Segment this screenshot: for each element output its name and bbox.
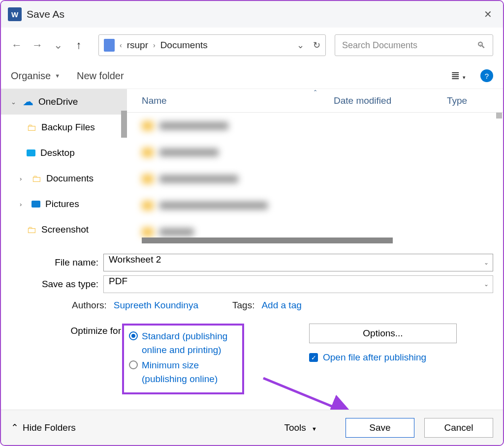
chevron-down-icon[interactable]: ⌄ (484, 259, 489, 266)
optimize-label: Optimize for (11, 324, 121, 336)
help-icon[interactable]: ? (480, 69, 493, 82)
save-form: File name: Worksheet 2 ⌄ Save as type: P… (1, 245, 503, 394)
tags-label: Tags: (232, 300, 254, 311)
window-title: Save As (27, 8, 480, 20)
pictures-icon (32, 201, 40, 208)
column-name[interactable]: Name (127, 95, 334, 106)
filename-value: Worksheet 2 (109, 254, 161, 265)
checkbox-icon: ✓ (309, 353, 318, 362)
address-bar[interactable]: ‹ rsupr › Documents ⌄ ↻ (98, 34, 326, 56)
tree-label: Documents (46, 173, 94, 184)
filename-input[interactable]: Worksheet 2 ⌄ (103, 254, 493, 271)
tools-label: Tools (284, 422, 306, 433)
search-box[interactable]: 🔍︎ (335, 34, 493, 56)
cloud-icon: ☁ (23, 95, 33, 108)
title-bar: W Save As ✕ (1, 1, 503, 28)
tree-label: OneDrive (38, 96, 78, 107)
list-item[interactable] (127, 113, 503, 139)
toolbar: Organise ▼ New folder ≣ ▾ ? (1, 63, 503, 89)
tree-label: Screenshot (41, 224, 89, 235)
folder-icon: 🗀 (27, 224, 36, 236)
desktop-icon (27, 149, 35, 156)
chevron-left-icon: ‹ (120, 41, 122, 49)
save-type-value: PDF (109, 276, 127, 286)
save-type-label: Save as type: (11, 279, 103, 290)
bottom-bar: ⌃ Hide Folders Tools ▼ Save Cancel (1, 410, 503, 445)
breadcrumb-current[interactable]: Documents (160, 40, 208, 51)
breadcrumb-parent[interactable]: rsupr (127, 40, 148, 51)
column-type[interactable]: Type (447, 95, 503, 106)
radio-minimum-label: Minimum size (publishing online) (142, 358, 237, 386)
tree-item-documents[interactable]: › 🗀 Documents (1, 166, 127, 191)
tree-item-desktop[interactable]: Desktop (1, 140, 127, 166)
sort-indicator-icon: ⌃ (313, 89, 317, 95)
chevron-down-icon: ⌄ (11, 98, 18, 106)
view-mode-button[interactable]: ≣ ▾ (451, 69, 466, 82)
location-icon (104, 39, 115, 52)
tree-label: Pictures (45, 199, 79, 209)
file-list: ⌃ Name Date modified Type (127, 89, 503, 245)
close-icon[interactable]: ✕ (480, 8, 496, 20)
tree-label: Desktop (40, 148, 75, 158)
folder-tree: ⌄ ☁ OneDrive 🗀 Backup Files Desktop › 🗀 … (1, 89, 127, 245)
folder-icon: 🗀 (27, 122, 36, 133)
open-after-label: Open file after publishing (323, 352, 426, 363)
file-browser: ⌄ ☁ OneDrive 🗀 Backup Files Desktop › 🗀 … (1, 89, 503, 245)
radio-standard-label: Standard (publishing online and printing… (142, 329, 237, 357)
list-item[interactable] (127, 139, 503, 166)
hide-folders-button[interactable]: ⌃ Hide Folders (11, 422, 76, 433)
chevron-up-icon: ⌃ (11, 422, 19, 433)
authors-label: Authors: (72, 300, 107, 311)
save-type-select[interactable]: PDF ⌄ (103, 275, 493, 293)
up-icon[interactable]: ↑ (73, 39, 85, 52)
radio-minimum[interactable]: Minimum size (publishing online) (129, 358, 237, 386)
folder-icon: 🗀 (32, 173, 41, 184)
list-item[interactable] (127, 192, 503, 219)
open-after-checkbox[interactable]: ✓ Open file after publishing (309, 352, 493, 363)
tree-item-backup[interactable]: 🗀 Backup Files (1, 115, 127, 140)
chevron-right-icon: › (20, 175, 27, 182)
chevron-down-icon[interactable]: ⌄ (297, 40, 304, 51)
tools-menu[interactable]: Tools ▼ (284, 422, 317, 433)
organise-label: Organise (11, 70, 51, 82)
radio-icon (129, 360, 138, 369)
optimize-highlight-box: Standard (publishing online and printing… (122, 324, 244, 394)
forward-icon[interactable]: → (32, 39, 43, 52)
cancel-button[interactable]: Cancel (424, 418, 493, 438)
chevron-down-icon: ▼ (55, 73, 60, 79)
chevron-right-icon: › (20, 201, 27, 208)
authors-value[interactable]: Supreeth Koundinya (114, 300, 198, 311)
filename-label: File name: (11, 257, 103, 268)
tree-item-pictures[interactable]: › Pictures (1, 191, 127, 217)
column-date[interactable]: Date modified (334, 95, 447, 106)
organise-menu[interactable]: Organise ▼ (11, 70, 60, 82)
search-input[interactable] (342, 40, 472, 51)
back-icon[interactable]: ← (11, 39, 23, 52)
word-app-icon: W (8, 7, 22, 21)
list-item[interactable] (127, 166, 503, 192)
tree-item-onedrive[interactable]: ⌄ ☁ OneDrive (1, 89, 127, 115)
chevron-down-icon: ▼ (312, 426, 317, 432)
recent-dropdown-icon[interactable]: ⌄ (52, 39, 64, 52)
options-button[interactable]: Options... (309, 324, 457, 343)
chevron-down-icon[interactable]: ⌄ (484, 281, 489, 288)
chevron-right-icon: › (153, 41, 156, 49)
navigation-bar: ← → ⌄ ↑ ‹ rsupr › Documents ⌄ ↻ 🔍︎ (1, 28, 503, 63)
save-button[interactable]: Save (346, 418, 414, 438)
radio-standard[interactable]: Standard (publishing online and printing… (129, 329, 237, 357)
search-icon[interactable]: 🔍︎ (477, 40, 486, 51)
radio-icon (129, 331, 138, 340)
horizontal-scrollbar[interactable] (142, 238, 393, 243)
new-folder-button[interactable]: New folder (77, 70, 124, 82)
tree-scrollbar[interactable] (121, 111, 127, 138)
tree-label: Backup Files (41, 122, 95, 133)
tree-item-screenshot[interactable]: 🗀 Screenshot (1, 217, 127, 242)
tags-value[interactable]: Add a tag (261, 300, 301, 311)
refresh-icon[interactable]: ↻ (313, 40, 320, 51)
hide-folders-label: Hide Folders (23, 422, 76, 433)
